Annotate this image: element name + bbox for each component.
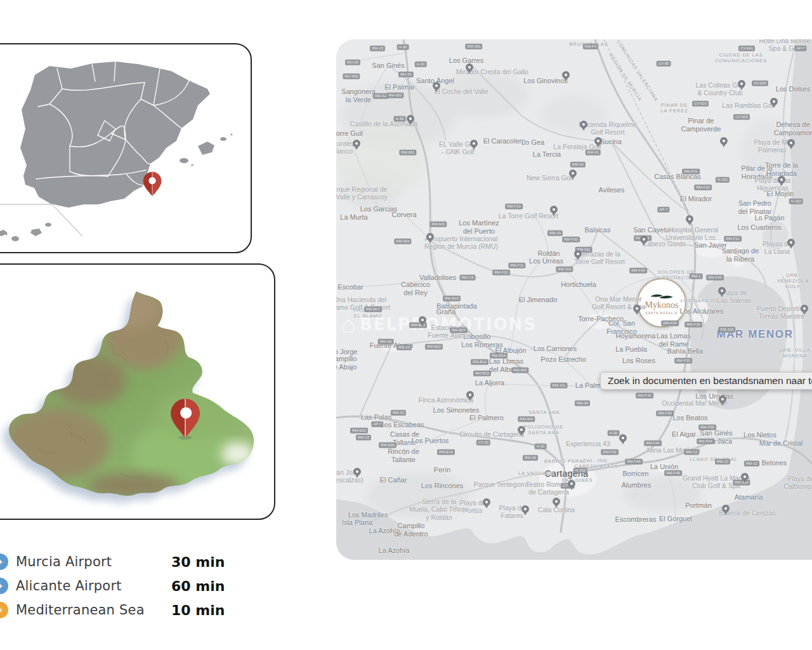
map-place-label: Los Urreas bbox=[529, 257, 563, 265]
poi-pin-icon[interactable] bbox=[722, 505, 730, 512]
map-place-label: La Murta bbox=[340, 213, 367, 222]
poi-pin-icon[interactable] bbox=[562, 71, 570, 79]
map-place-label: El Algar bbox=[672, 430, 696, 439]
poi-pin-icon[interactable] bbox=[569, 169, 577, 177]
map-place-label: El Mirador bbox=[680, 195, 712, 203]
poi-pin-icon[interactable] bbox=[553, 498, 560, 505]
mykonos-subtitle: SANTA ROSALIA bbox=[646, 312, 678, 315]
poi-pin-icon[interactable] bbox=[738, 80, 745, 88]
map-place-label: Corvera bbox=[391, 211, 416, 219]
map-place-label: Cabezo Gordo bbox=[643, 240, 686, 248]
map-place-label: Playa de Mil Palmeras bbox=[754, 138, 790, 154]
poi-pin-icon[interactable] bbox=[619, 434, 627, 442]
poi-pin-icon[interactable] bbox=[518, 426, 525, 434]
map-place-label: Aeropuerto Internacional Región de Murci… bbox=[424, 235, 498, 251]
road-badge: RM-314 bbox=[733, 480, 750, 486]
poi-pin-icon[interactable] bbox=[433, 82, 440, 90]
map-place-label: Hospital General Universitario Los... bbox=[666, 226, 721, 242]
road-badge: RM-1 bbox=[690, 274, 703, 279]
spain-location-pin-icon bbox=[143, 172, 162, 196]
map-place-label: Pozo Estrecho bbox=[540, 355, 586, 364]
map-place-label: Terrazas de la Torre Golf Resort bbox=[574, 250, 625, 266]
poi-pin-icon[interactable] bbox=[787, 139, 795, 147]
map-place-label: San Cayetano bbox=[633, 226, 678, 234]
poi-pin-icon[interactable] bbox=[466, 391, 474, 399]
poi-pin-icon[interactable] bbox=[521, 505, 529, 513]
map-place-label: Los Cuarteros bbox=[737, 223, 781, 232]
poi-pin-icon[interactable] bbox=[580, 121, 587, 128]
legend-item-alicante-airport: ✈ Alicante Airport 60 min bbox=[0, 574, 254, 598]
road-badge: RM-B20 bbox=[425, 344, 443, 350]
legend-item-time: 30 min bbox=[171, 554, 225, 570]
road-badge: AP-7 bbox=[794, 46, 806, 51]
airplane-icon: ✈ bbox=[0, 554, 8, 570]
poi-pin-icon[interactable] bbox=[470, 140, 478, 147]
poi-pin-icon[interactable] bbox=[407, 115, 414, 123]
legend-item-time: 10 min bbox=[171, 602, 225, 618]
map-place-label: El Palmero bbox=[469, 414, 504, 422]
road-badge: RM-E16 bbox=[437, 449, 455, 455]
poi-pin-icon[interactable] bbox=[719, 395, 726, 403]
map-place-label: El Cañar bbox=[380, 476, 407, 484]
poi-pin-icon[interactable] bbox=[787, 239, 795, 246]
poi-pin-icon[interactable] bbox=[720, 137, 728, 145]
poi-pin-icon[interactable] bbox=[633, 305, 641, 312]
map-place-label: New Sierra Golf bbox=[527, 174, 573, 182]
map-place-label: Finca Astronómica bbox=[419, 396, 473, 404]
poi-pin-icon[interactable] bbox=[353, 140, 360, 147]
poi-pin-icon[interactable] bbox=[419, 316, 426, 324]
legend-item-label: Murcia Airport bbox=[16, 554, 112, 569]
belpromotions-watermark: ⌂ BELPROMOTIONS bbox=[341, 312, 537, 336]
road-badge: RM-603 bbox=[394, 239, 411, 244]
legend-item-murcia-airport: ✈ Murcia Airport 30 min bbox=[0, 550, 254, 574]
map-place-label: Playa de Calblanque bbox=[783, 475, 812, 491]
map-place-label: REGIÓN DE MURCIA bbox=[607, 53, 642, 103]
map-place-label: El Escobar bbox=[336, 283, 363, 291]
road-badge: MU-31 bbox=[398, 72, 414, 77]
system-tooltip: Zoek in documenten en bestandsnamen naar… bbox=[600, 372, 812, 390]
road-badge: RM-602 bbox=[518, 416, 535, 422]
poi-pin-icon[interactable] bbox=[466, 63, 473, 71]
poi-pin-icon[interactable] bbox=[741, 473, 749, 481]
poi-pin-icon[interactable] bbox=[353, 468, 361, 475]
road-badge: RM-15 bbox=[370, 46, 385, 51]
poi-pin-icon[interactable] bbox=[568, 480, 575, 488]
map-place-label: Los Beatos bbox=[672, 414, 707, 422]
map-place-label: La Torre Golf Resort bbox=[499, 212, 558, 220]
poi-pin-icon[interactable] bbox=[550, 206, 558, 213]
road-badge: RM-B15 bbox=[473, 371, 491, 376]
map-place-label: Perín bbox=[434, 466, 450, 474]
road-badge: CV-95 bbox=[657, 61, 671, 67]
road-badge: RM-301 bbox=[465, 44, 482, 50]
road-badge: A-30 bbox=[415, 62, 427, 67]
road-badge: N-332 bbox=[716, 177, 730, 183]
poi-pin-icon[interactable] bbox=[778, 176, 785, 183]
map-place-label: El Caracolero bbox=[483, 137, 526, 145]
poi-pin-icon[interactable] bbox=[718, 287, 726, 295]
poi-pin-icon[interactable] bbox=[483, 498, 490, 506]
mykonos-logo-icon bbox=[649, 291, 674, 300]
poi-pin-icon[interactable] bbox=[426, 233, 434, 241]
property-region-map[interactable]: ⌂ BELPROMOTIONS Mykonos SANTA ROSALIA Sa… bbox=[336, 39, 812, 560]
road-badge: RM-B19 bbox=[443, 296, 461, 302]
canary-islands bbox=[0, 223, 51, 241]
spain-map bbox=[0, 44, 251, 252]
map-place-label: Los Ginovinos bbox=[523, 77, 568, 85]
poi-pin-icon[interactable] bbox=[594, 137, 602, 145]
map-place-label: Escombreras bbox=[615, 515, 657, 524]
mykonos-title: Mykonos bbox=[645, 300, 679, 310]
poi-pin-icon[interactable] bbox=[801, 305, 808, 312]
travel-time-legend: ✈ Murcia Airport 30 min ✈ Alicante Airpo… bbox=[0, 550, 254, 622]
watermark-text: BELPROMOTIONS bbox=[360, 315, 537, 334]
poi-pin-icon[interactable] bbox=[640, 235, 648, 243]
road-badge: AP-7 bbox=[371, 421, 383, 427]
map-place-label: Avileses bbox=[599, 186, 625, 194]
map-place-label: Dehesa de Campoamor bbox=[774, 121, 812, 137]
map-place-label: Playa de las Higuericas bbox=[754, 176, 790, 192]
map-place-label: La Azohía bbox=[379, 547, 410, 555]
poi-pin-icon[interactable] bbox=[686, 215, 693, 223]
poi-pin-icon[interactable] bbox=[574, 250, 582, 258]
map-place-label: Los Dolses bbox=[776, 85, 810, 93]
poi-pin-icon[interactable] bbox=[770, 98, 778, 105]
map-place-label: La Aljorra bbox=[475, 379, 504, 387]
